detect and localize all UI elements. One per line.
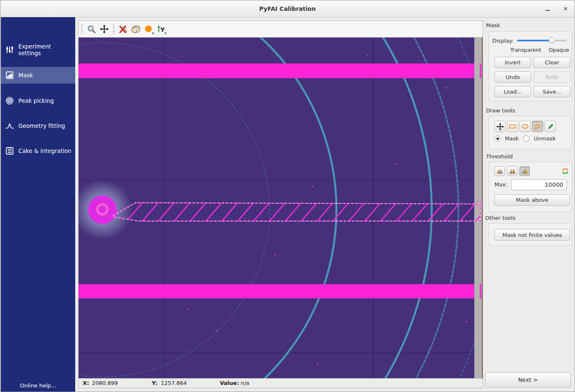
- radio-icon[interactable]: [523, 135, 529, 142]
- plot-statusbar: X: 2080.899 Y: 1257.864 Value: n/a: [79, 378, 483, 388]
- pan-tool-icon: [496, 123, 504, 130]
- unmask-radio[interactable]: Unmask: [523, 135, 556, 142]
- mask-above-button[interactable]: Mask above: [494, 194, 570, 206]
- slider-scale-labels: Transparent Opaque: [489, 47, 569, 53]
- threshold-refresh-button[interactable]: [560, 166, 570, 176]
- plot-panel: Y X: 2080.899 Y: 1257.864 Value: n/a: [78, 20, 483, 388]
- transparent-label: Transparent: [510, 47, 541, 53]
- titlebar: PyFAI Calibration ✕: [0, 0, 575, 18]
- palette-icon: [131, 25, 141, 34]
- peak-picking-icon: [5, 96, 14, 105]
- pan-tool-button[interactable]: [98, 23, 110, 36]
- plot-toolbar: Y: [79, 21, 483, 37]
- threshold-section-title: Threshold: [486, 153, 513, 160]
- app-window: PyFAI Calibration ✕ Experiment settings …: [0, 0, 575, 392]
- undo-button[interactable]: Undo: [494, 71, 531, 83]
- max-threshold-input[interactable]: [511, 179, 567, 190]
- diffraction-image-canvas[interactable]: [79, 37, 483, 379]
- sidebar-item-experiment-settings[interactable]: Experiment settings: [1, 41, 75, 58]
- close-button[interactable]: ✕: [560, 4, 570, 14]
- status-x-value: 2080.899: [92, 380, 118, 386]
- colormap-icon: [144, 25, 153, 33]
- mask-display-slider-handle[interactable]: [549, 37, 555, 43]
- unmask-radio-label: Unmask: [534, 135, 556, 142]
- rectangle-tool-icon: [509, 123, 516, 130]
- ellipse-draw-tool-button[interactable]: [519, 121, 531, 132]
- sliders-icon: [5, 45, 14, 54]
- mask-display-slider-fill: [517, 40, 552, 41]
- toolbar-grip[interactable]: [113, 25, 114, 34]
- status-value-value: n/a: [241, 380, 249, 386]
- display-label: Display:: [492, 38, 514, 44]
- sidebar: Experiment settings Mask Peak picking Ge…: [1, 17, 75, 392]
- other-tools-groupbox: Mask not finite values: [488, 223, 572, 246]
- rectangle-draw-tool-button[interactable]: [507, 121, 518, 132]
- mask-radio-label: Mask: [505, 135, 519, 142]
- ellipse-tool-icon: [521, 123, 529, 130]
- online-help-link[interactable]: Online help...: [1, 382, 75, 389]
- threshold-groupbox: Max: Mask above: [488, 162, 572, 212]
- mask-above-threshold-button[interactable]: [519, 166, 530, 176]
- colormap-palette-button[interactable]: [130, 23, 142, 36]
- window-title: PyFAI Calibration: [0, 0, 575, 17]
- status-y-value: 1257.864: [161, 380, 187, 386]
- pan-icon: [100, 25, 109, 33]
- status-value-label: Value:: [220, 380, 239, 386]
- zoom-reset-button[interactable]: [117, 23, 129, 36]
- draw-tools-groupbox: Mask Unmask: [488, 116, 572, 149]
- chevron-down-icon: [164, 33, 167, 34]
- y-axis-direction-button[interactable]: Y: [155, 23, 167, 36]
- zoom-tool-button[interactable]: [86, 23, 97, 36]
- mask-radio[interactable]: Mask: [494, 135, 519, 142]
- sidebar-item-label: Experiment settings: [18, 43, 75, 56]
- load-button[interactable]: Load...: [494, 86, 531, 97]
- sidebar-item-geometry-fitting[interactable]: Geometry fitting: [1, 117, 75, 134]
- sidebar-item-label: Mask: [18, 72, 33, 79]
- mask-display-slider[interactable]: [517, 37, 567, 43]
- other-tools-section-title: Other tools: [485, 215, 515, 221]
- sidebar-item-label: Cake & integration: [18, 148, 71, 154]
- chevron-down-icon: [152, 33, 154, 34]
- cake-integration-icon: [5, 146, 14, 155]
- mask-side-panel: Mask Display: Transparent Opaque Invert …: [484, 17, 575, 392]
- pan-draw-tool-button[interactable]: [494, 121, 506, 132]
- pencil-tool-icon: [547, 123, 554, 130]
- mask-below-threshold-button[interactable]: [494, 166, 505, 176]
- polygon-draw-tool-button[interactable]: [532, 121, 543, 132]
- svg-text:Y: Y: [160, 26, 165, 33]
- sidebar-item-label: Geometry fitting: [18, 122, 65, 129]
- mask-groupbox: Display: Transparent Opaque Invert Clear…: [488, 31, 572, 101]
- next-button[interactable]: Next >: [485, 372, 571, 387]
- mask-section-title: Mask: [486, 22, 500, 28]
- refresh-icon: [561, 167, 569, 175]
- mask-below-threshold-icon: [496, 168, 504, 174]
- max-label: Max:: [494, 181, 507, 188]
- invert-button[interactable]: Invert: [494, 57, 531, 68]
- sidebar-item-label: Peak picking: [18, 97, 54, 104]
- polygon-tool-icon: [534, 123, 542, 130]
- zoom-icon: [87, 25, 96, 34]
- zoom-reset-icon: [119, 25, 128, 34]
- mask-above-threshold-icon: [521, 168, 529, 174]
- clear-button[interactable]: Clear: [534, 57, 570, 68]
- mask-icon: [5, 71, 14, 80]
- minimize-icon: [545, 10, 550, 11]
- colormap-button[interactable]: [142, 23, 154, 36]
- opaque-label: Opaque: [549, 47, 569, 53]
- radio-icon[interactable]: [494, 135, 501, 142]
- pencil-draw-tool-button[interactable]: [544, 121, 556, 132]
- geometry-fitting-icon: [5, 121, 14, 130]
- status-y-label: Y:: [152, 380, 157, 386]
- diffraction-image[interactable]: [79, 38, 483, 379]
- sidebar-item-mask[interactable]: Mask: [1, 67, 75, 84]
- mask-not-finite-button[interactable]: Mask not finite values: [494, 229, 570, 241]
- save-button[interactable]: Save...: [534, 86, 570, 97]
- sidebar-item-cake-integration[interactable]: Cake & integration: [1, 143, 75, 159]
- minimize-button[interactable]: [543, 4, 553, 14]
- draw-tools-section-title: Draw tools: [486, 107, 515, 114]
- redo-button[interactable]: Redo: [534, 71, 570, 83]
- mask-between-threshold-button[interactable]: [507, 166, 517, 176]
- toolbar-grip[interactable]: [81, 25, 83, 34]
- sidebar-item-peak-picking[interactable]: Peak picking: [1, 92, 75, 109]
- mask-between-threshold-icon: [509, 168, 516, 174]
